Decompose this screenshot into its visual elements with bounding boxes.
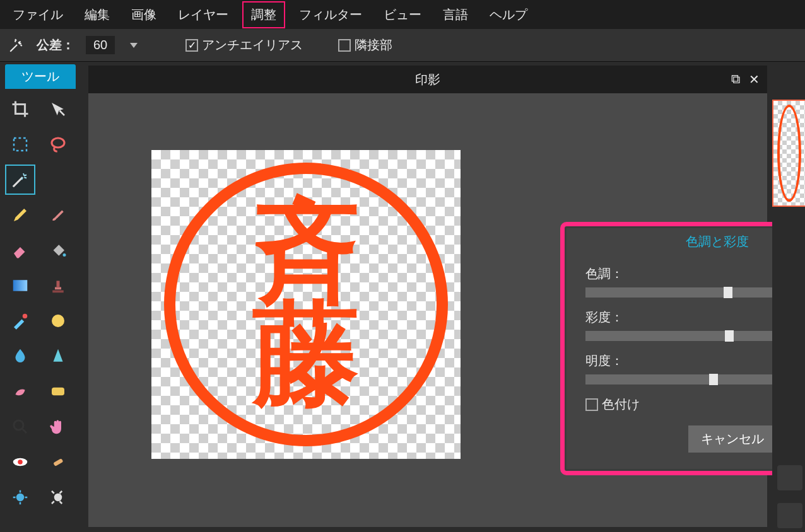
canvas[interactable]: 斉 藤	[151, 150, 461, 459]
colorreplace-tool[interactable]	[5, 306, 35, 336]
right-panel	[772, 62, 805, 532]
svg-point-3	[63, 253, 66, 257]
svg-point-7	[23, 314, 28, 319]
colorize-checkbox[interactable]	[585, 398, 598, 411]
workspace: ツール	[0, 62, 805, 532]
antialias-option[interactable]: アンチエイリアス	[185, 37, 303, 54]
contiguous-label: 隣接部	[355, 37, 392, 54]
bucket-tool[interactable]	[43, 235, 73, 265]
svg-rect-6	[52, 291, 64, 293]
saturation-label: 彩度：	[585, 309, 623, 326]
tool-panel: ツール	[0, 62, 81, 532]
document-header: 印影 ⧉ ✕	[88, 66, 767, 93]
tolerance-value[interactable]: 60	[86, 36, 115, 54]
gradient-tool[interactable]	[5, 270, 35, 301]
antialias-label: アンチエイリアス	[202, 37, 303, 54]
hue-saturation-dialog: 色調と彩度 ✕ 色調： 16	[560, 222, 805, 475]
svg-point-10	[14, 420, 23, 430]
panel-icon-1[interactable]	[777, 465, 802, 490]
pencil-tool[interactable]	[5, 200, 35, 230]
wand-tool[interactable]	[5, 165, 35, 195]
menu-filter[interactable]: フィルター	[291, 3, 370, 27]
svg-rect-1	[14, 138, 26, 151]
tool-panel-title: ツール	[5, 64, 76, 89]
marquee-tool[interactable]	[5, 129, 35, 159]
svg-rect-13	[53, 458, 63, 466]
menu-help[interactable]: ヘルプ	[482, 3, 535, 27]
wand-icon	[8, 37, 25, 54]
move-tool[interactable]	[43, 94, 73, 124]
crop-tool[interactable]	[5, 94, 35, 124]
menu-image[interactable]: 画像	[124, 3, 164, 27]
cancel-button[interactable]: キャンセル	[688, 425, 777, 453]
menu-adjust[interactable]: 調整	[242, 1, 285, 28]
draw-tool[interactable]	[43, 306, 73, 336]
lasso-tool[interactable]	[43, 129, 73, 159]
contiguous-option[interactable]: 隣接部	[338, 37, 392, 54]
colorize-label: 色付け	[602, 396, 640, 413]
svg-point-8	[52, 315, 64, 327]
lightness-slider-thumb[interactable]	[709, 374, 718, 385]
menu-view[interactable]: ビュー	[376, 3, 429, 27]
saturation-slider-thumb[interactable]	[725, 330, 734, 342]
svg-point-0	[18, 42, 20, 43]
options-bar: 公差： 60 アンチエイリアス 隣接部	[0, 29, 805, 62]
hand-tool[interactable]	[43, 412, 73, 442]
menu-edit[interactable]: 編集	[77, 3, 117, 27]
svg-point-2	[52, 138, 64, 147]
pinch-tool[interactable]	[43, 482, 73, 512]
smudge-tool[interactable]	[5, 376, 35, 407]
eraser-tool[interactable]	[5, 235, 35, 265]
brush-tool[interactable]	[43, 200, 73, 230]
blur-tool[interactable]	[5, 341, 35, 371]
document-title: 印影	[415, 71, 440, 88]
tolerance-dropdown-icon[interactable]	[130, 43, 138, 48]
hue-label: 色調：	[585, 265, 623, 282]
menu-layer[interactable]: レイヤー	[170, 3, 236, 27]
svg-point-12	[18, 460, 23, 465]
hue-slider-thumb[interactable]	[724, 287, 732, 298]
svg-point-15	[54, 494, 62, 502]
bloat-tool[interactable]	[5, 482, 35, 512]
contiguous-checkbox[interactable]	[338, 39, 351, 52]
panel-icon-2[interactable]	[777, 503, 802, 528]
canvas-area: 印影 ⧉ ✕ 斉 藤 色調と彩度 ✕	[81, 62, 772, 532]
svg-rect-5	[57, 281, 60, 287]
svg-rect-9	[52, 388, 64, 396]
dialog-title: 色調と彩度	[686, 234, 749, 248]
stamp-line1: 斉	[252, 200, 360, 307]
heal-tool[interactable]	[43, 447, 73, 477]
dialog-title-bar[interactable]: 色調と彩度 ✕	[567, 228, 805, 255]
stamp-graphic: 斉 藤	[164, 163, 448, 446]
popout-icon[interactable]: ⧉	[731, 72, 740, 87]
sharpen-tool[interactable]	[43, 341, 73, 371]
redeye-tool[interactable]	[5, 447, 35, 477]
zoom-tool[interactable]	[5, 412, 35, 442]
tolerance-label: 公差：	[37, 37, 74, 54]
lightness-label: 明度：	[585, 352, 623, 369]
stamp-line2: 藤	[252, 302, 360, 409]
antialias-checkbox[interactable]	[185, 39, 198, 52]
sponge-tool[interactable]	[43, 376, 73, 407]
svg-point-14	[16, 494, 25, 502]
menu-lang[interactable]: 言語	[435, 3, 476, 27]
empty-tool-slot	[43, 165, 73, 195]
close-document-icon[interactable]: ✕	[749, 72, 760, 87]
tool-grid	[5, 94, 76, 512]
svg-rect-4	[13, 280, 28, 291]
menu-file[interactable]: ファイル	[5, 3, 71, 27]
stamp-tool[interactable]	[43, 270, 73, 301]
navigator-thumbnail[interactable]	[772, 100, 805, 207]
menu-bar: ファイル 編集 画像 レイヤー 調整 フィルター ビュー 言語 ヘルプ	[0, 0, 805, 29]
